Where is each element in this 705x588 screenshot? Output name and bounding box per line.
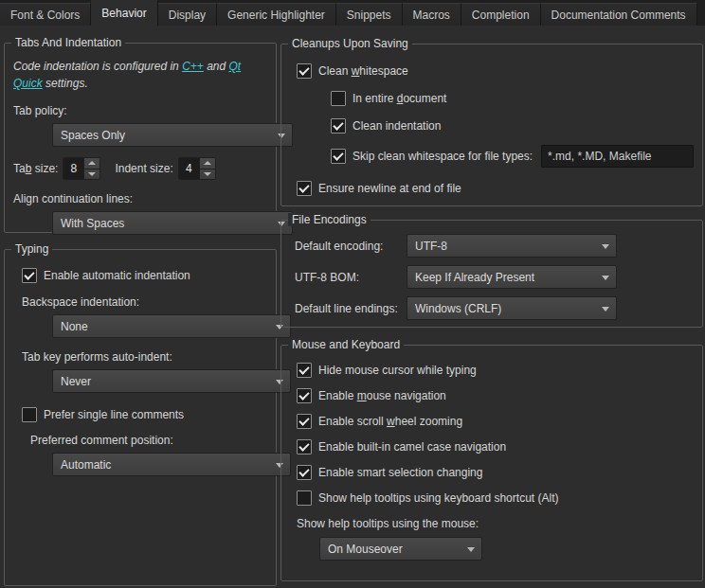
group-cleanups-upon-saving: Cleanups Upon Saving Clean whitespace In…: [280, 44, 703, 206]
stepper-buttons: [83, 158, 99, 179]
tooltips-mouse-value: On Mouseover: [328, 543, 403, 556]
chevron-down-icon: [602, 307, 609, 312]
backspace-indentation-value: None: [61, 320, 88, 333]
group-title-cleanups: Cleanups Upon Saving: [288, 37, 412, 50]
align-continuation-value: With Spaces: [61, 217, 124, 230]
tab-behavior[interactable]: Behavior: [91, 0, 157, 26]
group-title-typing: Typing: [11, 242, 52, 256]
spin-down-icon[interactable]: [200, 169, 215, 180]
checkbox-label: Clean whitespace: [318, 64, 408, 78]
checkbox[interactable]: [22, 268, 37, 283]
chevron-down-icon: [467, 547, 475, 552]
utf8-bom-row: UTF-8 BOM: Keep If Already Present: [295, 265, 702, 289]
checkbox-label: Skip clean whitespace for file types:: [352, 150, 533, 163]
tab-documentation-comments[interactable]: Documentation Comments: [541, 3, 697, 26]
note-text: and: [204, 60, 229, 73]
settings-tab-bar: Font & Colors Behavior Display Generic H…: [0, 0, 705, 26]
checkbox-label: Enable automatic indentation: [44, 269, 190, 282]
checkbox[interactable]: [297, 439, 312, 454]
line-endings-value: Windows (CRLF): [415, 302, 501, 315]
checkbox-label: Enable built-in camel case navigation: [318, 440, 506, 454]
checkbox-hide-mouse-cursor[interactable]: Hide mouse cursor while typing: [297, 363, 702, 378]
tooltips-mouse-select[interactable]: On Mouseover: [319, 537, 482, 561]
tab-key-auto-indent-select[interactable]: Never: [52, 369, 291, 393]
indent-size-value: 4: [179, 158, 199, 179]
checkbox-label: In entire document: [352, 92, 446, 105]
tooltips-mouse-label: Show help tooltips using the mouse:: [297, 517, 702, 530]
checkbox-skip-clean-whitespace[interactable]: [331, 149, 346, 164]
checkbox-ensure-newline[interactable]: Ensure newline at end of file: [297, 181, 702, 196]
checkbox-label: Enable scroll wheel zooming: [318, 415, 462, 428]
spin-up-icon[interactable]: [200, 158, 215, 169]
checkbox[interactable]: [297, 388, 312, 403]
checkbox-enable-camel-case-navigation[interactable]: Enable built-in camel case navigation: [297, 439, 702, 454]
checkbox-label: Prefer single line comments: [44, 408, 184, 421]
utf8-bom-label: UTF-8 BOM:: [295, 271, 407, 284]
default-encoding-value: UTF-8: [415, 240, 447, 253]
checkbox-clean-whitespace[interactable]: Clean whitespace: [297, 63, 702, 79]
checkbox-label: Enable mouse navigation: [318, 389, 446, 402]
align-continuation-label: Align continuation lines:: [13, 192, 276, 205]
tab-font-and-colors[interactable]: Font & Colors: [0, 3, 91, 26]
checkbox-prefer-single-line-comments[interactable]: Prefer single line comments: [22, 407, 276, 422]
checkbox-label: Ensure newline at end of file: [318, 182, 461, 195]
tab-key-auto-indent-label: Tab key performs auto-indent:: [22, 350, 276, 364]
default-encoding-select[interactable]: UTF-8: [407, 234, 617, 258]
checkbox-enable-automatic-indentation[interactable]: Enable automatic indentation: [22, 268, 276, 283]
tab-policy-value: Spaces Only: [61, 129, 125, 142]
indent-size-stepper[interactable]: 4: [178, 157, 216, 180]
checkbox-enable-mouse-navigation[interactable]: Enable mouse navigation: [297, 388, 702, 403]
preferred-comment-position-select[interactable]: Automatic: [52, 453, 291, 476]
checkbox[interactable]: [331, 118, 346, 134]
tab-size-value: 8: [63, 158, 83, 179]
line-endings-select[interactable]: Windows (CRLF): [407, 296, 617, 320]
spin-up-icon[interactable]: [84, 158, 99, 169]
group-title-file-encodings: File Encodings: [288, 213, 371, 226]
indent-size-label: Indent size:: [115, 162, 172, 175]
tab-snippets[interactable]: Snippets: [336, 3, 403, 26]
tab-size-stepper[interactable]: 8: [63, 157, 100, 180]
checkbox-enable-scroll-wheel-zooming[interactable]: Enable scroll wheel zooming: [297, 414, 702, 429]
checkbox-label: Hide mouse cursor while typing: [318, 364, 477, 377]
utf8-bom-select[interactable]: Keep If Already Present: [407, 265, 617, 289]
checkbox[interactable]: [297, 63, 312, 79]
tab-size-label: Tab size:: [13, 162, 58, 175]
checkbox[interactable]: [331, 91, 346, 106]
checkbox-in-entire-document[interactable]: In entire document: [331, 91, 702, 106]
preferred-comment-position-value: Automatic: [61, 458, 111, 472]
tab-display[interactable]: Display: [158, 3, 217, 26]
tab-key-auto-indent-value: Never: [61, 375, 91, 388]
chevron-down-icon: [602, 244, 609, 249]
backspace-indentation-select[interactable]: None: [52, 314, 291, 338]
checkbox[interactable]: [297, 363, 312, 378]
spin-down-icon[interactable]: [84, 169, 99, 180]
checkbox-enable-smart-selection[interactable]: Enable smart selection changing: [297, 465, 702, 480]
default-encoding-row: Default encoding: UTF-8: [295, 234, 702, 258]
preferred-comment-position-label: Preferred comment position:: [30, 434, 276, 447]
skip-clean-whitespace-row: Skip clean whitespace for file types:: [331, 145, 694, 168]
checkbox-label: Show help tooltips using keyboard shortc…: [318, 491, 558, 505]
tab-macros[interactable]: Macros: [403, 3, 461, 26]
checkbox[interactable]: [22, 407, 37, 422]
group-typing: Typing Enable automatic indentation Back…: [4, 249, 277, 586]
checkbox[interactable]: [297, 181, 312, 196]
note-text: settings.: [43, 77, 88, 90]
indentation-config-note: Code indentation is configured in C++ an…: [13, 58, 267, 92]
file-types-input[interactable]: [541, 145, 694, 168]
group-tabs-and-indentation: Tabs And Indentation Code indentation is…: [4, 43, 277, 233]
group-mouse-and-keyboard: Mouse and Keyboard Hide mouse cursor whi…: [280, 345, 703, 581]
checkbox[interactable]: [297, 414, 312, 429]
align-continuation-select[interactable]: With Spaces: [52, 211, 293, 235]
default-encoding-label: Default encoding:: [295, 240, 407, 253]
checkbox[interactable]: [297, 490, 312, 506]
chevron-down-icon: [602, 276, 609, 280]
tab-completion[interactable]: Completion: [461, 3, 541, 26]
checkbox[interactable]: [297, 465, 312, 480]
checkbox-clean-indentation[interactable]: Clean indentation: [331, 118, 702, 134]
stepper-buttons: [199, 158, 215, 179]
cpp-settings-link[interactable]: C++: [182, 60, 204, 73]
tab-policy-select[interactable]: Spaces Only: [52, 123, 293, 147]
tab-policy-label: Tab policy:: [13, 104, 276, 117]
checkbox-show-help-tooltips-alt[interactable]: Show help tooltips using keyboard shortc…: [297, 490, 702, 506]
tab-generic-highlighter[interactable]: Generic Highlighter: [217, 3, 336, 26]
